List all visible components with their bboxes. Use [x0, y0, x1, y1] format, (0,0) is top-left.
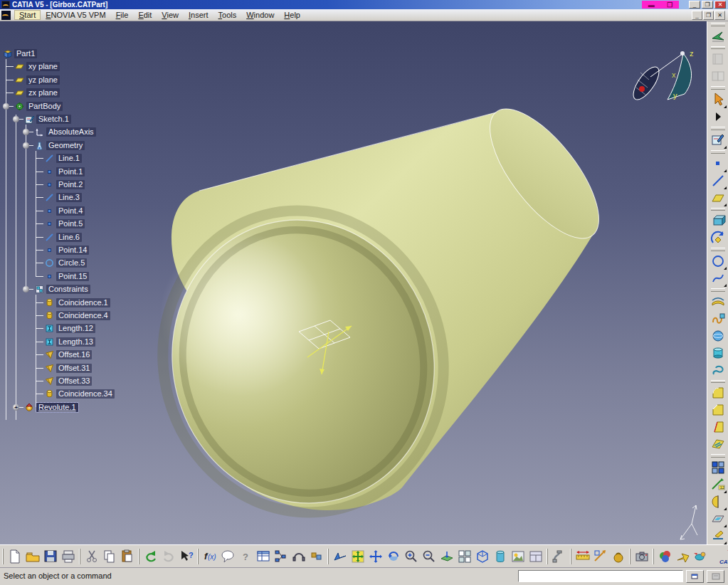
- spline-tool-button[interactable]: [709, 270, 727, 287]
- line-tool-button[interactable]: [709, 172, 727, 189]
- sketcher-button[interactable]: [709, 132, 727, 149]
- mdi-close-button[interactable]: ✕: [714, 11, 725, 20]
- minimize-button[interactable]: _: [689, 1, 700, 9]
- close-button[interactable]: ✕: [714, 1, 726, 9]
- toolbar-grip[interactable]: [711, 150, 725, 154]
- rib-tool-button[interactable]: [709, 310, 727, 327]
- open-button[interactable]: [23, 547, 41, 565]
- print-button[interactable]: [59, 547, 77, 565]
- capture-button[interactable]: [633, 547, 650, 565]
- tree-item-part1[interactable]: Part1: [3, 48, 37, 60]
- hide-show-button[interactable]: [550, 547, 568, 565]
- flyout-arrow-icon[interactable]: [724, 284, 727, 287]
- status-dialog-button[interactable]: [707, 570, 724, 583]
- toolbar-grip[interactable]: [711, 380, 725, 384]
- mdi-restore-button[interactable]: ❐: [703, 11, 714, 20]
- tree-node-minus[interactable]: [23, 142, 29, 149]
- tree-item-zx-plane[interactable]: zx plane: [15, 87, 60, 99]
- tree-item-offset-31[interactable]: Offset.31: [45, 362, 92, 374]
- tree-item-constraints[interactable]: Constraints: [35, 283, 90, 295]
- tree-item-partbody[interactable]: PartBody: [15, 100, 63, 112]
- tree-item-yz-plane[interactable]: yz plane: [15, 74, 60, 86]
- compass-z-knob[interactable]: [680, 51, 685, 56]
- tree-item-point-5[interactable]: Point.5: [45, 218, 85, 230]
- tree-item-point-14[interactable]: Point.14: [45, 244, 89, 256]
- tree-item-point-4[interactable]: Point.4: [45, 205, 85, 217]
- pad-tool-button[interactable]: [709, 212, 727, 229]
- shell-tool-button[interactable]: [709, 436, 727, 453]
- iso-view-button[interactable]: [473, 547, 491, 565]
- select-arrow-button[interactable]: [709, 91, 727, 108]
- sweep-tool-button[interactable]: [709, 293, 727, 310]
- power-input-field[interactable]: [518, 570, 683, 582]
- measure-item-button[interactable]: [591, 547, 609, 565]
- apply-material-button[interactable]: [656, 547, 674, 565]
- undo-button[interactable]: [142, 547, 159, 565]
- mirror-tool-button[interactable]: [709, 493, 727, 510]
- toolbar-grip[interactable]: [711, 23, 725, 26]
- mdi-minimize-button[interactable]: _: [692, 11, 702, 20]
- tree-item-line-6[interactable]: Line.6: [45, 231, 82, 243]
- tree-item-line-3[interactable]: Line.3: [45, 191, 82, 204]
- script-button[interactable]: ?: [236, 547, 254, 565]
- shaft-tool-button[interactable]: [709, 229, 727, 246]
- menu-view[interactable]: View: [157, 10, 184, 20]
- menu-start[interactable]: Start: [14, 10, 41, 20]
- normal-view-button[interactable]: [438, 547, 455, 565]
- fit-all-button[interactable]: [349, 547, 366, 565]
- fillet-tool-button[interactable]: [709, 384, 727, 401]
- comment-button[interactable]: [218, 547, 236, 565]
- copy-button[interactable]: [100, 547, 118, 565]
- multi-view-button[interactable]: [455, 547, 473, 565]
- tree-node-plus[interactable]: +: [13, 404, 19, 411]
- zoom-out-button[interactable]: [420, 547, 438, 565]
- tree-node-minus[interactable]: [23, 129, 29, 135]
- toolbar-grip[interactable]: [711, 248, 725, 251]
- tree-item-geometry[interactable]: Geometry: [35, 139, 85, 152]
- menu-enovia-v5-vpm[interactable]: ENOVIA V5 VPM: [41, 10, 110, 20]
- toolbar-grip[interactable]: [327, 549, 329, 564]
- toolbar-grip[interactable]: [711, 127, 725, 130]
- tree-item-revolute-1[interactable]: Revolute.1: [25, 401, 78, 413]
- helix-tool-button[interactable]: [709, 362, 727, 379]
- save-button[interactable]: [41, 547, 59, 565]
- menu-file[interactable]: File: [111, 10, 134, 20]
- fly-nav-button[interactable]: [331, 547, 349, 565]
- design-table-button[interactable]: [254, 547, 272, 565]
- sphere-tool-button[interactable]: [709, 327, 727, 344]
- menu-tools[interactable]: Tools: [213, 10, 242, 20]
- flyout-arrow-icon[interactable]: [724, 146, 727, 149]
- toolbar-grip[interactable]: [629, 549, 631, 564]
- split-tool-button[interactable]: [709, 510, 727, 527]
- circle-tool-button[interactable]: [709, 253, 727, 270]
- tree-node-minus[interactable]: [13, 116, 19, 122]
- tree-node-minus[interactable]: [23, 286, 29, 292]
- toolbar-grip[interactable]: [711, 288, 725, 292]
- headset-button[interactable]: [290, 547, 307, 565]
- point-tool-button[interactable]: [709, 155, 727, 172]
- tree-node-minus[interactable]: [3, 103, 9, 110]
- paste-button[interactable]: [118, 547, 136, 565]
- tree-item-length-13[interactable]: Length.13: [45, 336, 95, 348]
- bird-button[interactable]: [692, 547, 709, 565]
- measure-between-button[interactable]: [574, 547, 591, 565]
- toolbar-grip[interactable]: [653, 549, 654, 564]
- pattern-tool-button[interactable]: [709, 459, 727, 476]
- menu-insert[interactable]: Insert: [184, 10, 213, 20]
- menu-edit[interactable]: Edit: [133, 10, 157, 20]
- rotate-button[interactable]: [384, 547, 402, 565]
- document-icon[interactable]: [1, 11, 11, 20]
- toolbar-grip[interactable]: [197, 549, 199, 564]
- view-mode-1-button[interactable]: [509, 547, 527, 565]
- pan-button[interactable]: [366, 547, 384, 565]
- chamfer-tool-button[interactable]: [709, 401, 727, 418]
- plane-tool-button[interactable]: [709, 189, 727, 206]
- menu-window[interactable]: Window: [241, 10, 279, 20]
- sweep-arrow-button[interactable]: [674, 547, 692, 565]
- status-expand-button[interactable]: [686, 570, 704, 583]
- fly-mode-button[interactable]: [709, 28, 727, 45]
- thickness-tool-button[interactable]: [709, 527, 727, 544]
- tree-item-offset-33[interactable]: Offset.33: [45, 375, 92, 387]
- tree-item-point-2[interactable]: Point.2: [45, 179, 85, 191]
- compass[interactable]: z x y: [629, 49, 694, 103]
